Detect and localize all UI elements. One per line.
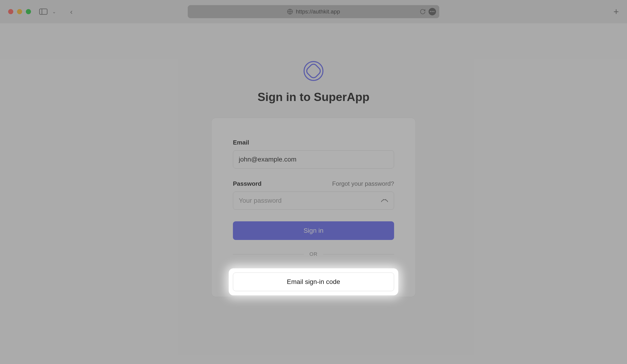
login-card: Email Password Forgot your password? Sig… [211,118,416,297]
close-window-button[interactable] [8,9,13,14]
password-input[interactable] [233,191,394,210]
reload-icon[interactable] [420,9,426,15]
sidebar-toggle-icon[interactable] [39,8,48,15]
svg-rect-0 [40,9,47,14]
back-button[interactable]: ‹ [70,7,73,16]
page-title: Sign in to SuperApp [258,90,370,104]
chevron-down-icon[interactable]: ⌄ [52,9,56,14]
divider-text: OR [310,251,318,257]
sign-in-button[interactable]: Sign in [233,221,394,240]
highlighted-section: Email sign-in code [229,268,398,295]
page-content: Sign in to SuperApp Email Password Forgo… [0,23,627,297]
email-label: Email [233,139,394,146]
new-tab-button[interactable]: + [614,6,619,17]
more-icon[interactable]: ••• [428,8,436,15]
divider-line-right [323,254,394,254]
address-bar[interactable]: https://authkit.app ••• [188,5,439,18]
email-input[interactable] [233,150,394,169]
email-sign-in-code-button[interactable]: Email sign-in code [233,273,394,291]
password-input-wrapper [233,191,394,210]
svg-rect-5 [305,63,322,79]
address-bar-actions: ••• [420,8,436,15]
svg-line-8 [385,199,386,200]
globe-icon [287,9,293,15]
svg-line-9 [387,201,388,202]
minimize-window-button[interactable] [17,9,22,14]
password-label-row: Password Forgot your password? [233,180,394,187]
password-label: Password [233,180,261,187]
content-area: Sign in to SuperApp Email Password Forgo… [0,23,627,364]
app-logo-icon [303,60,324,82]
browser-toolbar: ⌄ ‹ https://authkit.app ••• + [0,0,627,23]
svg-line-6 [381,201,382,202]
forgot-password-link[interactable]: Forgot your password? [332,180,394,187]
window-controls [8,9,31,14]
divider: OR [233,251,394,257]
toolbar-left-group: ⌄ ‹ [39,7,73,16]
divider-line-left [233,254,304,254]
maximize-window-button[interactable] [26,9,31,14]
show-password-icon[interactable] [381,197,388,205]
svg-line-7 [383,199,383,200]
url-text: https://authkit.app [296,8,340,15]
